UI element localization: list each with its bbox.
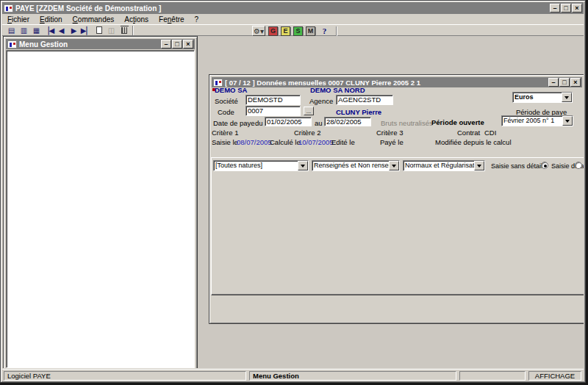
employee-name: CLUNY Pierre	[336, 108, 381, 116]
toolbar-s-button[interactable]: S	[293, 26, 303, 36]
statusbar: Logiciel PAYE Menu Gestion AFFICHAGE	[2, 369, 584, 381]
next-record-icon[interactable]: ▶	[68, 25, 80, 36]
close-icon[interactable]: ×	[183, 40, 193, 48]
critere3-label: Critère 3	[376, 129, 403, 137]
doc-titlebar[interactable]: [ 07 / 12 ] Données mensuelles 0007 CLUN…	[212, 77, 582, 87]
date-de-paye-label: Date de paye	[213, 119, 255, 127]
toolbar-g-button[interactable]: G	[268, 26, 278, 36]
close-icon[interactable]: ×	[570, 78, 581, 87]
menu-tree	[6, 50, 195, 368]
menubar: FichierEditionCommandesActionsFenêtre?	[2, 15, 584, 24]
settings-gear-icon[interactable]: ⚙▾	[252, 26, 265, 36]
saisie-detaillee-radio[interactable]	[575, 162, 582, 169]
maximize-icon[interactable]: □	[559, 78, 570, 87]
renseignes-filter-value: Renseignés et Non renseignés	[312, 161, 389, 170]
main-window: PAYE [ZZDEM Société de Démonstration ] –…	[0, 0, 586, 383]
save-record-icon: ◫	[105, 25, 118, 36]
agency-name: DEMO SA NORD	[310, 86, 365, 94]
date-from-input[interactable]: 01/02/2005	[265, 117, 312, 126]
periode-value: Février 2005 n° 1	[502, 116, 562, 126]
minimize-icon[interactable]: –	[550, 4, 560, 12]
form-open-icon[interactable]: ▥	[18, 25, 30, 36]
periode-select[interactable]: Février 2005 n° 1	[501, 115, 573, 126]
paye-le-label: Payé le	[380, 138, 404, 146]
last-record-icon[interactable]: ▶▏	[80, 25, 93, 36]
dropdown-arrow-icon[interactable]	[298, 161, 308, 170]
agence-label: Agence	[309, 97, 333, 105]
code-input[interactable]: 0007	[245, 106, 301, 116]
status-left: Logiciel PAYE	[4, 371, 246, 381]
toolbar-m-button[interactable]: M	[306, 26, 315, 36]
new-record-icon[interactable]	[93, 25, 105, 36]
status-extra	[459, 371, 526, 381]
dropdown-arrow-icon[interactable]	[562, 93, 572, 102]
status-mode: AFFICHAGE	[528, 371, 581, 381]
contrat-label: Contrat	[457, 129, 480, 137]
saisie-date: 08/07/2005	[237, 138, 272, 146]
app-logo-icon	[4, 4, 13, 12]
doc-window-title: [ 07 / 12 ] Données mensuelles 0007 CLUN…	[225, 79, 546, 87]
tree-window-buttons: –□×	[161, 40, 193, 48]
first-record-icon[interactable]: ▕◀	[43, 25, 55, 36]
agence-input[interactable]: AGENC2STD	[336, 95, 393, 105]
previous-record-icon[interactable]: ◀	[55, 25, 68, 36]
code-label: Code	[218, 108, 234, 116]
menu-fichier[interactable]: Fichier	[2, 15, 35, 24]
du-label: du	[255, 119, 263, 127]
calcule-le-label: Calculé le	[270, 138, 301, 146]
main-titlebar[interactable]: PAYE [ZZDEM Société de Démonstration ] –…	[2, 2, 584, 14]
toolbar-e-button[interactable]: E	[281, 26, 290, 36]
saisie-sans-detail-label: Saisie sans détail	[491, 162, 542, 170]
maximize-icon[interactable]: □	[561, 4, 571, 12]
tree-window-icon	[7, 40, 17, 48]
minimize-icon[interactable]: –	[548, 78, 559, 87]
contrat-value: CDI	[484, 129, 496, 137]
close-icon[interactable]: ×	[572, 4, 582, 12]
trash-glyph	[121, 27, 127, 34]
date-to-input[interactable]: 28/02/2005	[324, 117, 371, 126]
app-title: PAYE [ZZDEM Société de Démonstration ]	[15, 4, 548, 12]
toolbar-right-group: ⚙▾GESM?	[252, 26, 340, 36]
maximize-icon[interactable]: □	[172, 40, 182, 48]
menu-fenetre[interactable]: Fenêtre	[154, 15, 189, 24]
mdi-workspace: Menu Gestion –□× [ 07 / 12 ] Données men…	[2, 36, 584, 368]
nature-filter-select[interactable]: [Toutes natures]	[213, 160, 309, 171]
toolbar-separator	[132, 26, 134, 35]
doc-window-icon	[213, 79, 223, 87]
doc-window-buttons: –□×	[548, 78, 581, 87]
code-browse-button[interactable]: ...	[304, 107, 314, 115]
normaux-filter-value: Normaux et Régularisations	[404, 161, 474, 170]
periode-ouverte-label: Période ouverte	[431, 118, 484, 126]
menu-actions[interactable]: Actions	[119, 15, 154, 24]
menu-commandes[interactable]: Commandes	[68, 15, 120, 24]
delete-record-icon[interactable]	[118, 25, 130, 36]
dropdown-arrow-icon[interactable]	[562, 116, 573, 126]
normaux-filter-select[interactable]: Normaux et Régularisations	[403, 160, 485, 171]
company-name: DEMO SA	[215, 86, 247, 94]
help-icon[interactable]: ?	[318, 26, 331, 37]
currency-value: Euros	[513, 93, 562, 102]
form-properties-icon[interactable]: ▤	[5, 25, 18, 36]
minimize-icon[interactable]: –	[161, 40, 171, 48]
tree-titlebar[interactable]: Menu Gestion –□×	[6, 39, 195, 49]
saisie-le-label: Saisie le	[212, 138, 238, 146]
toolbar-separator	[336, 26, 337, 36]
dropdown-arrow-icon[interactable]	[389, 161, 399, 170]
currency-select[interactable]: Euros	[512, 92, 573, 103]
status-menu: Menu Gestion	[249, 371, 456, 381]
tab-panel: [Toutes natures] Renseignés et Non rense…	[211, 157, 584, 295]
screen: PAYE [ZZDEM Société de Démonstration ] –…	[0, 0, 588, 385]
datasheet-icon[interactable]: ▦	[30, 25, 43, 36]
main-window-buttons: –□×	[550, 4, 582, 12]
societe-input[interactable]: DEMOSTD	[245, 95, 301, 105]
menu-edition[interactable]: Edition	[35, 15, 68, 24]
nature-filter-value: [Toutes natures]	[214, 161, 298, 170]
menu-gestion-window: Menu Gestion –□×	[3, 36, 198, 368]
dropdown-arrow-icon[interactable]	[474, 161, 484, 170]
edite-le-label: Edité le	[331, 138, 355, 146]
renseignes-filter-select[interactable]: Renseignés et Non renseignés	[312, 160, 400, 171]
menu-item[interactable]: ?	[190, 15, 204, 24]
saisie-sans-detail-radio[interactable]	[541, 162, 548, 169]
critere1-label: Critère 1	[212, 129, 238, 137]
bruts-neutralises-label: Bruts neutralisés	[381, 119, 433, 127]
